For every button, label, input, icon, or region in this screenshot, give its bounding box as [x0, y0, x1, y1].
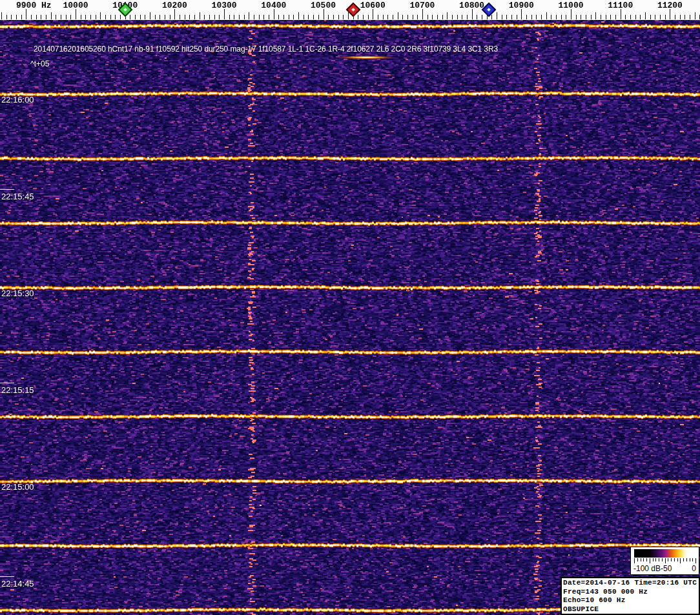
colorbar-label-max: 0 [692, 564, 696, 573]
freq-label: 10200 [162, 1, 187, 10]
db-colorbar: -100 dB -50 0 [630, 547, 699, 575]
colorbar-label-min: -100 dB [633, 564, 661, 573]
time-label: 22:15:30 [1, 288, 34, 298]
info-station: OBSUPICE [563, 605, 697, 614]
info-frequency: Freq=143 050 000 Hz [563, 588, 697, 597]
freq-label: 9900 Hz [16, 1, 52, 10]
time-label: 22:15:00 [1, 482, 34, 492]
spectrogram-window: 9900 Hz100001010010200103001040010500106… [0, 0, 700, 615]
freq-label: 10800 [459, 1, 484, 10]
time-tick-icon [0, 189, 14, 190]
spectrogram-canvas[interactable] [0, 20, 700, 615]
time-label: 22:16:00 [1, 95, 34, 105]
colorbar-label-mid: -50 [661, 564, 672, 573]
freq-label: 10300 [212, 1, 237, 10]
freq-label: 10600 [360, 1, 386, 10]
time-tick-icon [0, 383, 14, 383]
freq-label: 10500 [311, 1, 336, 10]
freq-label: 10000 [63, 1, 88, 10]
time-tick-icon [0, 576, 14, 577]
station-info-box: Date=2014-07-16 Time=20:16 UTC Freq=143 … [561, 577, 700, 615]
time-label: 22:14:45 [1, 579, 34, 589]
freq-label: 11100 [608, 1, 633, 10]
freq-label: 10700 [409, 1, 435, 10]
info-echo: Echo=10 600 Hz [563, 596, 697, 605]
freq-label: 10400 [261, 1, 286, 10]
colorbar-ticks-icon [634, 558, 696, 563]
colorbar-gradient [634, 549, 696, 558]
info-date-time: Date=2014-07-16 Time=20:16 UTC [563, 579, 697, 588]
event-info-text: 20140716201605260 hCnt17 nb-91 f10592 hi… [34, 45, 498, 54]
time-offset-label: ^t+05 [30, 59, 49, 68]
freq-label: 11000 [558, 1, 583, 10]
freq-label: 10900 [509, 1, 534, 10]
freq-label: 11200 [657, 1, 683, 10]
time-label: 22:15:45 [1, 192, 34, 201]
time-label: 22:15:15 [1, 385, 34, 395]
